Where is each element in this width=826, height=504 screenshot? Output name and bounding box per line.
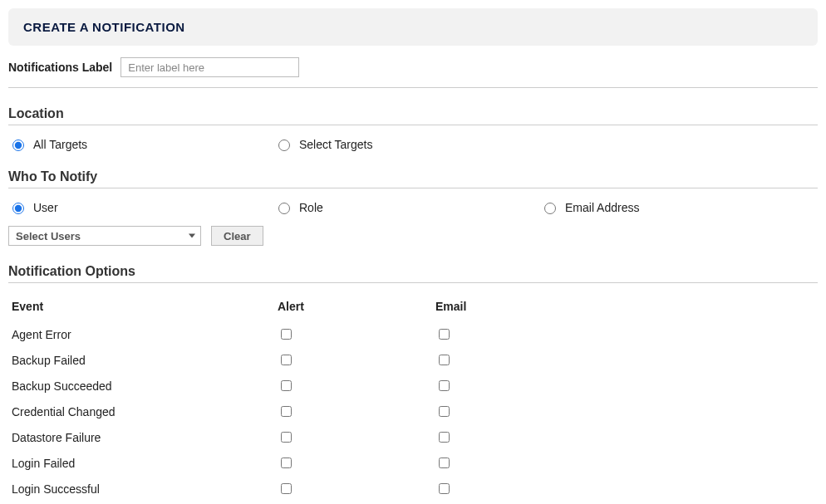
radio-role[interactable]: Role	[274, 200, 540, 214]
event-cell: Backup Succeeded	[8, 373, 274, 399]
col-header-alert: Alert	[274, 295, 432, 321]
table-row: Backup Failed	[8, 347, 818, 373]
divider	[8, 125, 818, 125]
alert-checkbox[interactable]	[281, 458, 292, 468]
event-cell: Login Failed	[8, 450, 274, 476]
alert-checkbox[interactable]	[281, 355, 292, 365]
radio-email-address-input[interactable]	[544, 203, 556, 214]
radio-user-label: User	[33, 201, 58, 214]
email-checkbox[interactable]	[439, 432, 450, 443]
table-row: Login Failed	[8, 450, 818, 476]
radio-email-address-label: Email Address	[565, 201, 639, 214]
select-users-dropdown[interactable]: Select Users	[8, 226, 201, 246]
email-cell	[432, 424, 818, 450]
alert-cell	[274, 450, 432, 476]
clear-button[interactable]: Clear	[211, 226, 263, 246]
email-cell	[432, 373, 818, 399]
alert-checkbox[interactable]	[281, 329, 292, 340]
radio-select-targets-label: Select Targets	[299, 138, 372, 151]
radio-role-input[interactable]	[278, 203, 290, 214]
alert-cell	[274, 424, 432, 450]
email-cell	[432, 321, 818, 347]
email-cell	[432, 347, 818, 373]
table-row: Agent Error	[8, 321, 818, 347]
notification-options-section-title: Notification Options	[8, 264, 818, 279]
email-checkbox[interactable]	[439, 483, 450, 494]
alert-checkbox[interactable]	[281, 406, 292, 417]
notifications-label-row: Notifications Label	[8, 57, 818, 77]
email-checkbox[interactable]	[439, 355, 450, 365]
email-checkbox[interactable]	[439, 458, 450, 468]
alert-cell	[274, 399, 432, 424]
alert-cell	[274, 321, 432, 347]
location-section-title: Location	[8, 106, 818, 121]
notifications-label-text: Notifications Label	[8, 61, 112, 74]
table-row: Credential Changed	[8, 399, 818, 424]
radio-all-targets-input[interactable]	[12, 139, 24, 151]
event-cell: Backup Failed	[8, 347, 274, 373]
divider	[8, 87, 818, 88]
event-cell: Agent Error	[8, 321, 274, 347]
col-header-event: Event	[8, 295, 274, 321]
radio-select-targets[interactable]: Select Targets	[274, 137, 540, 151]
who-to-notify-radio-row: User Role Email Address	[8, 200, 818, 214]
alert-cell	[274, 373, 432, 399]
alert-checkbox[interactable]	[281, 483, 292, 494]
alert-checkbox[interactable]	[281, 432, 292, 443]
radio-all-targets-label: All Targets	[33, 138, 87, 151]
location-radio-row: All Targets Select Targets	[8, 137, 818, 151]
table-row: Backup Succeeded	[8, 373, 818, 399]
divider	[8, 188, 818, 188]
table-row: Datastore Failure	[8, 424, 818, 450]
radio-all-targets[interactable]: All Targets	[8, 137, 274, 151]
radio-email-address[interactable]: Email Address	[540, 200, 806, 214]
event-cell: Credential Changed	[8, 399, 274, 424]
col-header-email: Email	[432, 295, 818, 321]
table-row: Login Successful	[8, 476, 818, 502]
email-checkbox[interactable]	[439, 406, 450, 417]
alert-checkbox[interactable]	[281, 380, 292, 391]
email-cell	[432, 476, 818, 502]
who-to-notify-section-title: Who To Notify	[8, 169, 818, 184]
email-cell	[432, 399, 818, 424]
alert-cell	[274, 347, 432, 373]
page-title: CREATE A NOTIFICATION	[23, 20, 803, 34]
event-cell: Datastore Failure	[8, 424, 274, 450]
email-cell	[432, 450, 818, 476]
select-users-row: Select Users Clear	[8, 226, 818, 246]
alert-cell	[274, 476, 432, 502]
radio-select-targets-input[interactable]	[278, 139, 290, 151]
divider	[8, 282, 818, 283]
email-checkbox[interactable]	[439, 329, 450, 340]
event-cell: Login Successful	[8, 476, 274, 502]
table-header-row: Event Alert Email	[8, 295, 818, 321]
radio-role-label: Role	[299, 201, 323, 214]
notifications-label-input[interactable]	[120, 57, 299, 77]
radio-user-input[interactable]	[12, 203, 24, 214]
radio-user[interactable]: User	[8, 200, 274, 214]
chevron-down-icon	[189, 234, 195, 238]
email-checkbox[interactable]	[439, 380, 450, 391]
notification-options-table: Event Alert Email Agent ErrorBackup Fail…	[8, 295, 818, 502]
select-users-dropdown-label: Select Users	[16, 230, 81, 242]
page-header: CREATE A NOTIFICATION	[8, 8, 818, 46]
